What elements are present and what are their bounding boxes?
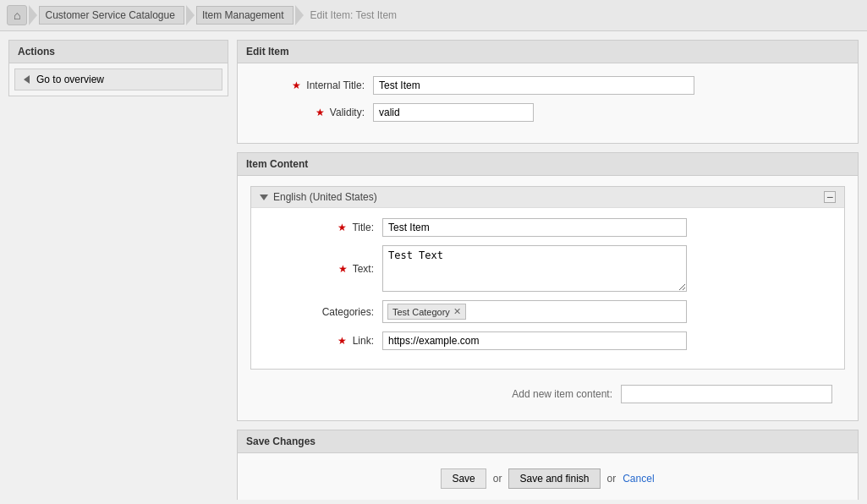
breadcrumb-separator-2 <box>186 5 195 25</box>
required-star: ★ <box>292 79 301 91</box>
back-arrow-icon <box>24 75 30 84</box>
required-star-title: ★ <box>337 222 347 233</box>
home-icon: ⌂ <box>14 8 20 22</box>
save-changes-header: Save Changes <box>238 430 858 453</box>
internal-title-input[interactable] <box>373 76 694 95</box>
edit-item-panel-body: ★ Internal Title: ★ Validity: <box>238 63 858 143</box>
language-body: ★ Title: ★ Text: <box>251 208 844 369</box>
save-button[interactable]: Save <box>441 468 486 489</box>
title-label: ★ Title: <box>264 222 382 233</box>
item-content-panel-header: Item Content <box>238 153 858 176</box>
internal-title-label: ★ Internal Title: <box>255 79 373 91</box>
edit-item-panel-header: Edit Item <box>238 41 858 63</box>
required-star-text: ★ <box>338 263 348 275</box>
breadcrumb-separator-3 <box>295 5 304 25</box>
collapse-button[interactable]: − <box>824 191 836 203</box>
or-text-1: or <box>493 473 502 485</box>
language-section-header: English (United States) − <box>251 187 844 208</box>
save-changes-panel: Save Changes Save or Save and finish or … <box>237 430 859 500</box>
home-breadcrumb[interactable]: ⌂ <box>7 5 27 25</box>
link-label: ★ Link: <box>264 335 382 347</box>
breadcrumb-item-management[interactable]: Item Management <box>196 6 294 25</box>
text-label: ★ Text: <box>264 263 382 275</box>
categories-input-area[interactable]: Test Category ✕ <box>382 300 687 323</box>
validity-row: ★ Validity: <box>255 103 841 122</box>
required-star-link: ★ <box>337 335 347 347</box>
breadcrumb-customer-service[interactable]: Customer Service Catalogue <box>39 6 184 25</box>
title-input[interactable] <box>382 218 687 237</box>
sidebar: Actions Go to overview <box>8 40 228 491</box>
categories-label: Categories: <box>264 306 382 318</box>
title-row: ★ Title: <box>264 218 831 237</box>
add-new-input[interactable] <box>621 385 832 403</box>
content-area: Edit Item ★ Internal Title: ★ Validity: <box>237 40 859 491</box>
validity-label: ★ Validity: <box>255 107 373 118</box>
save-changes-body: Save or Save and finish or Cancel <box>238 453 858 500</box>
item-content-panel: Item Content English (United States) − <box>237 152 859 421</box>
breadcrumb-current: Edit Item: Test Item <box>305 7 402 24</box>
language-section: English (United States) − ★ Title: <box>250 186 845 370</box>
go-to-overview-button[interactable]: Go to overview <box>14 68 222 90</box>
category-remove-button[interactable]: ✕ <box>453 306 461 317</box>
required-star-validity: ★ <box>316 107 325 118</box>
or-text-2: or <box>607 473 617 485</box>
save-and-finish-button[interactable]: Save and finish <box>508 468 600 489</box>
cancel-link[interactable]: Cancel <box>623 473 654 485</box>
edit-item-panel: Edit Item ★ Internal Title: ★ Validity: <box>237 40 859 144</box>
lang-arrow-icon <box>260 194 268 200</box>
breadcrumb-separator-1 <box>29 5 37 25</box>
add-new-label: Add new item content: <box>512 388 612 400</box>
internal-title-row: ★ Internal Title: <box>255 76 841 95</box>
language-header-left: English (United States) <box>260 191 377 203</box>
breadcrumb: ⌂ Customer Service Catalogue Item Manage… <box>0 0 867 31</box>
link-input[interactable] <box>382 331 687 350</box>
main-layout: Actions Go to overview Edit Item ★ Inter… <box>0 31 867 500</box>
link-row: ★ Link: <box>264 331 831 350</box>
add-new-row: Add new item content: <box>250 378 845 410</box>
text-row: ★ Text: <box>264 245 831 292</box>
item-content-body: English (United States) − ★ Title: <box>238 176 858 420</box>
sidebar-body: Go to overview <box>8 63 228 96</box>
sidebar-header: Actions <box>8 40 228 63</box>
category-tag: Test Category ✕ <box>387 304 466 320</box>
validity-input[interactable] <box>373 103 534 122</box>
text-textarea[interactable] <box>382 245 687 292</box>
categories-row: Categories: Test Category ✕ <box>264 300 831 323</box>
